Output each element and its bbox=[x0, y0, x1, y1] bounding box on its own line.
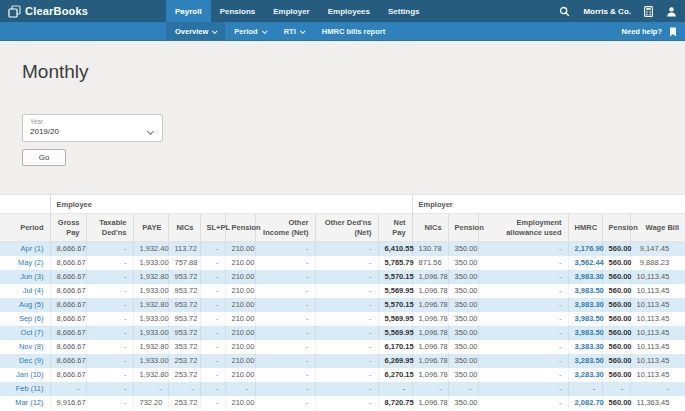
cell-period: Oct (7) bbox=[0, 326, 50, 340]
cell-sl-pl: - bbox=[200, 326, 225, 340]
cell-other-income-net: - bbox=[255, 382, 315, 396]
period-link[interactable]: Feb (11) bbox=[16, 384, 44, 393]
cell-employment-allowance-used: - bbox=[478, 396, 568, 410]
nav-item-employer[interactable]: Employer bbox=[264, 0, 318, 22]
company-name[interactable]: Morris & Co. bbox=[583, 7, 631, 16]
year-select[interactable]: Year 2019/20 bbox=[22, 114, 163, 142]
cell-pension: 560.00 bbox=[602, 396, 630, 410]
cell-other-income-net: - bbox=[255, 298, 315, 312]
period-link[interactable]: Jul (4) bbox=[23, 286, 44, 295]
bookmark-icon[interactable] bbox=[669, 27, 677, 37]
subnav-item-hmrc-bills-report[interactable]: HMRC bills report bbox=[313, 22, 394, 41]
sub-navbar: Overview Period RTI HMRC bills report Ne… bbox=[0, 22, 685, 41]
cell-gross-pay: 9,916.67 bbox=[50, 396, 86, 410]
cell-wage-bill: - bbox=[630, 382, 685, 396]
period-link[interactable]: Mar (12) bbox=[15, 398, 43, 407]
cell-nics: 1,096.78 bbox=[412, 270, 448, 284]
cell-hmrc: 3,562.44 bbox=[568, 256, 602, 270]
nav-item-pensions[interactable]: Pensions bbox=[211, 0, 265, 22]
period-link[interactable]: Dec (9) bbox=[19, 356, 44, 365]
nav-item-settings[interactable]: Settings bbox=[379, 0, 429, 22]
cell-hmrc: 3,283.30 bbox=[568, 368, 602, 382]
period-link[interactable]: Jun (3) bbox=[20, 272, 43, 281]
period-link[interactable]: May (2) bbox=[18, 258, 43, 267]
cell-other-ded-ns-net: - bbox=[315, 312, 378, 326]
cell-pension: - bbox=[225, 382, 255, 396]
cell-pension: 350.00 bbox=[448, 256, 478, 270]
cell-pension: 210.00 bbox=[225, 396, 255, 410]
brand[interactable]: ClearBooks bbox=[8, 0, 88, 22]
period-link[interactable]: Apr (1) bbox=[21, 244, 44, 253]
cell-taxable-ded-ns: - bbox=[86, 326, 133, 340]
cell-pension: 560.00 bbox=[602, 242, 630, 256]
cell-gross-pay: 8,666.67 bbox=[50, 312, 86, 326]
column-header-pension: Pension bbox=[602, 214, 630, 242]
payroll-monthly-table: EmployeeEmployerPeriodGross PayTaxable D… bbox=[0, 194, 685, 410]
cell-gross-pay: 8,666.67 bbox=[50, 242, 86, 256]
group-header-spacer bbox=[0, 195, 50, 214]
column-header-pension: Pension bbox=[448, 214, 478, 242]
cell-pension: 560.00 bbox=[602, 270, 630, 284]
nav-item-employees[interactable]: Employees bbox=[319, 0, 379, 22]
cell-pension: - bbox=[448, 382, 478, 396]
cell-employment-allowance-used: - bbox=[478, 284, 568, 298]
group-header-employer: Employer bbox=[412, 195, 685, 214]
cell-nics: 113.72 bbox=[168, 242, 200, 256]
period-link[interactable]: Aug (5) bbox=[19, 300, 44, 309]
cell-other-ded-ns-net: - bbox=[315, 270, 378, 284]
cell-gross-pay: 8,666.67 bbox=[50, 368, 86, 382]
subnav-item-rti[interactable]: RTI bbox=[275, 22, 313, 41]
cell-taxable-ded-ns: - bbox=[86, 396, 133, 410]
nav-item-payroll[interactable]: Payroll bbox=[166, 0, 211, 22]
chevron-down-icon bbox=[300, 28, 306, 34]
table-row: Feb (11)--------------- bbox=[0, 382, 685, 396]
subnav-item-period[interactable]: Period bbox=[225, 22, 274, 41]
payroll-table-container: EmployeeEmployerPeriodGross PayTaxable D… bbox=[0, 194, 685, 411]
cell-period: Sep (6) bbox=[0, 312, 50, 326]
cell-wage-bill: 11,363.45 bbox=[630, 396, 685, 410]
cell-wage-bill: 10,113.45 bbox=[630, 270, 685, 284]
cell-sl-pl: - bbox=[200, 284, 225, 298]
cell-pension: 210.00 bbox=[225, 270, 255, 284]
cell-employment-allowance-used: - bbox=[478, 354, 568, 368]
cell-sl-pl: - bbox=[200, 368, 225, 382]
cell-paye: 1,933.00 bbox=[133, 284, 168, 298]
app-window: ClearBooks Payroll Pensions Employer Emp… bbox=[0, 0, 685, 411]
cell-other-income-net: - bbox=[255, 326, 315, 340]
subnav-hmrc-label: HMRC bills report bbox=[322, 27, 385, 36]
cell-pension: 560.00 bbox=[602, 284, 630, 298]
table-row: Mar (12)9,916.67-732.20253.72-210.00--8,… bbox=[0, 396, 685, 410]
subnav-rti-label: RTI bbox=[284, 27, 296, 36]
calculator-icon[interactable] bbox=[644, 6, 653, 17]
cell-gross-pay: 8,666.67 bbox=[50, 270, 86, 284]
cell-pension: 350.00 bbox=[448, 326, 478, 340]
cell-other-ded-ns-net: - bbox=[315, 256, 378, 270]
cell-sl-pl: - bbox=[200, 354, 225, 368]
search-icon[interactable] bbox=[559, 6, 570, 17]
subnav-item-overview[interactable]: Overview bbox=[166, 22, 225, 41]
cell-other-ded-ns-net: - bbox=[315, 340, 378, 354]
period-link[interactable]: Oct (7) bbox=[21, 328, 44, 337]
sub-nav: Overview Period RTI HMRC bills report bbox=[166, 22, 394, 41]
cell-gross-pay: 8,666.67 bbox=[50, 298, 86, 312]
cell-hmrc: 3,983.30 bbox=[568, 270, 602, 284]
year-select-label: Year bbox=[23, 115, 162, 125]
need-help-link[interactable]: Need help? bbox=[622, 27, 662, 36]
cell-pension: 350.00 bbox=[448, 368, 478, 382]
column-header-nics: NICs bbox=[412, 214, 448, 242]
cell-nics: 1,096.78 bbox=[412, 396, 448, 410]
cell-taxable-ded-ns: - bbox=[86, 354, 133, 368]
user-icon[interactable] bbox=[666, 6, 677, 17]
cell-pension: 210.00 bbox=[225, 298, 255, 312]
go-button[interactable]: Go bbox=[22, 149, 66, 166]
cell-pension: 350.00 bbox=[448, 242, 478, 256]
cell-hmrc: 3,983.50 bbox=[568, 284, 602, 298]
period-link[interactable]: Sep (6) bbox=[19, 314, 44, 323]
cell-wage-bill: 10,113.45 bbox=[630, 354, 685, 368]
cell-sl-pl: - bbox=[200, 256, 225, 270]
cell-sl-pl: - bbox=[200, 298, 225, 312]
cell-paye: 1,932.80 bbox=[133, 270, 168, 284]
period-link[interactable]: Jan (10) bbox=[16, 370, 44, 379]
cell-net-pay: 8,720.75 bbox=[378, 396, 412, 410]
period-link[interactable]: Nov (8) bbox=[19, 342, 44, 351]
